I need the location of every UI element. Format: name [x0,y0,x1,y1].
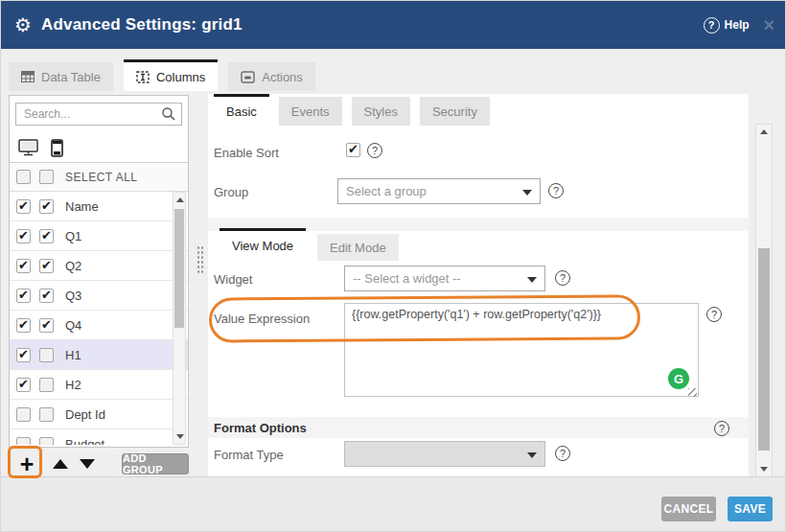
mobile-checkbox[interactable] [39,348,54,362]
desktop-checkbox[interactable] [16,437,31,446]
format-options-help-icon[interactable]: ? [714,421,729,436]
tab-view-mode[interactable]: View Mode [220,228,306,261]
column-list-scrollbar[interactable] [173,192,186,445]
mobile-checkbox[interactable] [39,199,54,214]
desktop-checkbox[interactable] [16,289,31,303]
save-button[interactable]: SAVE [728,497,773,521]
scroll-down-icon[interactable] [760,467,768,472]
desktop-checkbox[interactable] [16,407,31,422]
mobile-checkbox[interactable] [39,407,54,422]
tab-styles[interactable]: Styles [352,97,410,126]
column-label: H1 [65,348,81,362]
resize-handle-icon[interactable] [688,388,697,397]
mobile-checkbox[interactable] [39,259,54,273]
format-options-section: Format Options [208,417,749,438]
select-all-row[interactable]: SELECT ALL [10,163,188,192]
dialog-title: Advanced Settings: grid1 [41,15,243,35]
scroll-down-icon[interactable] [176,434,184,439]
search-icon[interactable] [161,106,176,122]
column-list: Name Q1 Q2 Q3 Q4 [10,192,188,445]
dialog-footer: CANCEL SAVE [1,476,785,531]
widget-select[interactable]: -- Select a widget -- [344,266,545,291]
column-row-q4[interactable]: Q4 [10,311,188,340]
settings-panel-scrollbar[interactable] [755,124,773,477]
group-select[interactable]: Select a group [337,178,541,204]
desktop-checkbox[interactable] [16,378,31,392]
scroll-up-icon[interactable] [176,197,184,202]
scroll-up-icon[interactable] [760,129,768,134]
mobile-checkbox[interactable] [39,437,54,446]
help-icon[interactable]: ? [704,17,720,34]
desktop-checkbox[interactable] [16,259,31,273]
tab-actions[interactable]: Actions [228,62,315,91]
group-label: Group [214,185,248,199]
dialog-header: ⚙ Advanced Settings: grid1 ? Help ✕ [1,1,785,49]
column-row-q3[interactable]: Q3 [10,281,188,311]
main-tab-bar: Data Table Columns Actions [9,59,315,91]
format-type-help-icon[interactable]: ? [555,446,570,461]
column-label: Budget [65,437,104,446]
mobile-checkbox[interactable] [39,289,54,303]
mobile-checkbox[interactable] [39,229,54,243]
tab-basic-label: Basic [226,104,257,119]
tab-data-table[interactable]: Data Table [9,62,113,91]
move-up-icon[interactable] [53,459,68,469]
select-all-mobile-checkbox[interactable] [39,170,54,184]
columns-list-panel: SELECT ALL Name Q1 Q2 Q3 [9,95,189,448]
format-type-label: Format Type [214,448,284,462]
column-row-q1[interactable]: Q1 [10,221,188,251]
tab-data-table-label: Data Table [41,70,101,84]
tab-security[interactable]: Security [420,97,490,126]
tab-edit-mode[interactable]: Edit Mode [317,234,399,261]
splitter-grip-icon[interactable] [196,245,204,274]
mobile-checkbox[interactable] [39,378,54,392]
column-row-h2[interactable]: H2 [10,370,188,400]
grammarly-icon[interactable]: G [668,368,689,389]
column-label: Name [65,199,99,214]
panel-splitter[interactable] [194,95,206,448]
column-row-q2[interactable]: Q2 [10,251,188,281]
search-input[interactable] [15,103,182,126]
widget-label: Widget [214,272,252,287]
mobile-icon[interactable] [51,139,63,157]
tab-columns-label: Columns [156,70,205,84]
group-help-icon[interactable]: ? [548,183,564,198]
enable-sort-help-icon[interactable]: ? [367,143,382,158]
scrollbar-thumb[interactable] [758,248,770,451]
column-row-name[interactable]: Name [10,192,188,221]
desktop-checkbox[interactable] [16,199,31,214]
button-icon [241,71,255,83]
column-row-dept-id[interactable]: Dept Id [10,400,188,429]
column-list-toolbar: + ADD GROUP [9,450,189,478]
tab-columns[interactable]: Columns [124,59,218,91]
desktop-icon[interactable] [18,139,38,156]
column-label: H2 [65,378,81,392]
value-expression-textarea[interactable]: {{row.getProperty('q1') + row.getPropert… [344,303,699,397]
close-icon[interactable]: ✕ [763,16,775,35]
column-row-budget[interactable]: Budget [10,429,188,445]
enable-sort-label: Enable Sort [214,146,279,160]
column-row-h1[interactable]: H1 [10,340,188,370]
cancel-button[interactable]: CANCEL [661,497,716,521]
select-all-desktop-checkbox[interactable] [16,170,31,184]
tab-events[interactable]: Events [279,97,342,126]
move-down-icon[interactable] [80,459,95,469]
enable-sort-checkbox[interactable] [346,143,360,157]
tab-basic[interactable]: Basic [214,94,269,126]
help-link[interactable]: Help [725,18,750,32]
tab-actions-label: Actions [262,70,303,84]
value-expression-help-icon[interactable]: ? [706,307,722,322]
add-group-button[interactable]: ADD GROUP [122,453,189,474]
widget-help-icon[interactable]: ? [555,270,570,286]
desktop-checkbox[interactable] [16,229,31,243]
chevron-down-icon [527,452,537,458]
desktop-checkbox[interactable] [16,318,31,333]
scrollbar-thumb[interactable] [174,209,184,328]
value-expression-label: Value Expression [214,312,310,326]
select-all-label: SELECT ALL [65,171,138,184]
mode-tab-bar: View Mode Edit Mode [220,228,399,261]
add-column-button[interactable]: + [14,451,39,476]
desktop-checkbox[interactable] [16,348,31,362]
format-type-select[interactable] [344,441,545,467]
mobile-checkbox[interactable] [39,318,54,333]
